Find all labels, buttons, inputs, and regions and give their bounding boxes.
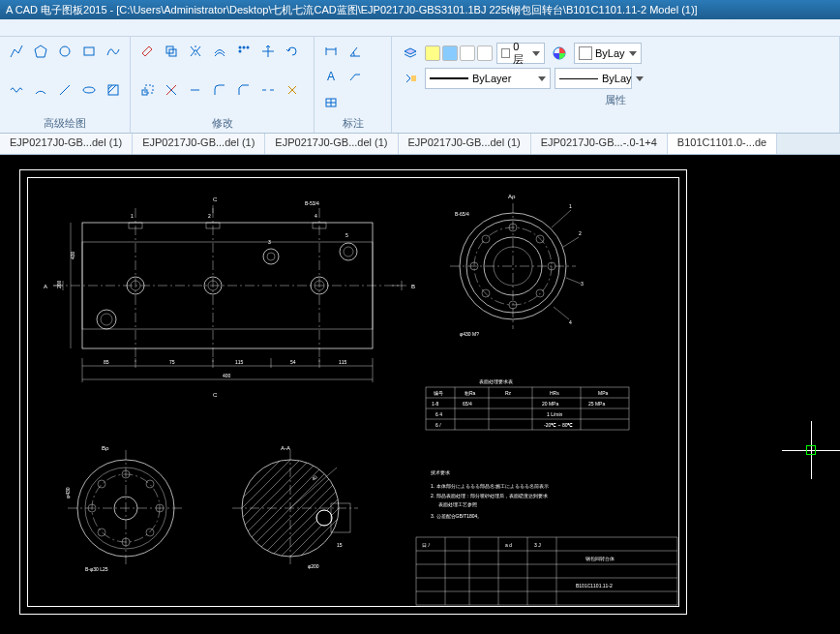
svg-line-3	[60, 85, 70, 95]
svg-text:φ200: φ200	[308, 563, 319, 569]
svg-text:MPa: MPa	[598, 390, 609, 396]
svg-text:4: 4	[569, 319, 572, 325]
chamfer-icon[interactable]	[233, 79, 255, 101]
drawing-canvas[interactable]: C 1 2 3 4 5 A	[0, 155, 840, 634]
fillet-icon[interactable]	[209, 79, 230, 101]
svg-point-49	[267, 253, 275, 260]
trim-icon[interactable]	[161, 79, 182, 101]
svg-line-133	[232, 450, 290, 508]
svg-text:A: A	[44, 284, 47, 289]
svg-text:200: 200	[56, 280, 62, 288]
hatch-icon[interactable]	[103, 79, 124, 101]
copy-icon[interactable]	[161, 41, 182, 62]
svg-line-132	[232, 450, 300, 518]
svg-text:4: 4	[315, 213, 317, 219]
drawing-svg: C 1 2 3 4 5 A	[0, 155, 840, 634]
svg-point-119	[98, 528, 105, 536]
svg-text:1 L/min: 1 L/min	[547, 411, 563, 417]
svg-text:115: 115	[235, 359, 244, 365]
svg-point-12	[243, 46, 246, 49]
erase-icon[interactable]	[136, 41, 158, 62]
svg-text:A-A: A-A	[281, 445, 290, 451]
freeze-icon[interactable]	[442, 45, 458, 61]
ribbon-label-draw: 高级绘图	[6, 114, 124, 131]
dim-angle-icon[interactable]	[345, 41, 366, 62]
dim-linear-icon[interactable]	[320, 41, 342, 62]
array-icon[interactable]	[233, 41, 255, 62]
svg-line-6	[108, 85, 112, 89]
layer-combo[interactable]: 0层	[496, 43, 545, 64]
extend-icon[interactable]	[185, 79, 206, 101]
bulb-icon[interactable]	[425, 45, 440, 61]
break-icon[interactable]	[257, 79, 279, 101]
ellipse-icon[interactable]	[78, 79, 100, 101]
rotate-icon[interactable]	[282, 41, 303, 62]
svg-text:Aρ: Aρ	[508, 194, 516, 199]
svg-rect-16	[145, 85, 153, 93]
rect-icon[interactable]	[78, 41, 100, 62]
tab-doc-5[interactable]: B101C1101.0-...de	[668, 134, 777, 154]
svg-text:3 J: 3 J	[534, 542, 541, 548]
svg-rect-2	[84, 47, 94, 55]
match-props-icon[interactable]	[400, 68, 421, 89]
scale-icon[interactable]	[136, 79, 158, 101]
svg-text:钢包回转台体: 钢包回转台体	[585, 556, 615, 561]
polyline-icon[interactable]	[6, 41, 27, 62]
line-icon[interactable]	[54, 79, 75, 101]
leader-icon[interactable]	[345, 66, 366, 87]
svg-point-11	[239, 46, 242, 49]
table-icon[interactable]	[320, 92, 342, 113]
spline-icon[interactable]	[103, 41, 124, 62]
text-icon[interactable]: A	[320, 66, 342, 87]
svg-point-40	[97, 310, 116, 329]
ribbon-group-properties: 0层 ByLay ByLayer ByLay 属性	[392, 37, 840, 133]
move-icon[interactable]	[257, 41, 279, 62]
svg-text:技术要求: 技术要求	[430, 469, 450, 475]
svg-text:3. 公差配合GB/T1804。: 3. 公差配合GB/T1804。	[431, 513, 482, 519]
color-combo[interactable]: ByLay	[574, 43, 642, 64]
svg-text:2: 2	[208, 213, 211, 219]
svg-rect-142	[331, 503, 350, 532]
offset-icon[interactable]	[209, 41, 230, 62]
svg-line-7	[108, 85, 116, 93]
svg-point-50	[340, 243, 357, 260]
linetype-combo[interactable]: ByLayer	[425, 68, 551, 89]
tab-doc-3[interactable]: EJP0217J0-GB...del (1)	[399, 134, 531, 154]
svg-text:1. 本体部分によるるる部品名:施工によるるる名前表示: 1. 本体部分によるるる部品名:施工によるるる名前表示	[431, 483, 549, 489]
wave-icon[interactable]	[6, 79, 27, 101]
lock-icon[interactable]	[460, 45, 475, 61]
polygon-icon[interactable]	[30, 41, 51, 62]
svg-text:54: 54	[290, 359, 296, 365]
svg-point-97	[482, 235, 490, 243]
tab-doc-0[interactable]: EJP0217J0-GB...del (1)	[0, 134, 133, 154]
svg-text:Rz: Rz	[505, 390, 512, 396]
explode-icon[interactable]	[282, 79, 303, 101]
svg-text:φ430: φ430	[65, 487, 71, 498]
svg-point-96	[536, 235, 544, 243]
title-block: 钢包回转台体 B101C1101.11-2 日 /a d3 J	[416, 537, 677, 605]
layer-state-pellets[interactable]	[425, 45, 493, 61]
svg-line-136	[261, 479, 348, 566]
svg-text:115: 115	[339, 359, 347, 365]
color-wheel-icon[interactable]	[549, 43, 570, 64]
ribbon-group-draw: 高级绘图	[0, 37, 131, 133]
svg-point-118	[146, 528, 154, 536]
layer-manager-icon[interactable]	[400, 43, 421, 64]
plot-icon[interactable]	[477, 45, 493, 61]
tab-doc-2[interactable]: EJP0217J0-GB...del (1)	[265, 134, 398, 154]
mirror-icon[interactable]	[185, 41, 206, 62]
menu-bar[interactable]	[0, 19, 840, 37]
ribbon-group-modify: 修改	[131, 37, 315, 133]
svg-text:2: 2	[579, 230, 582, 236]
svg-line-128	[232, 450, 339, 557]
arc-icon[interactable]	[30, 79, 51, 101]
svg-text:25 MPa: 25 MPa	[588, 401, 605, 407]
svg-text:65/4: 65/4	[463, 401, 472, 407]
tab-doc-1[interactable]: EJP0217J0-GB...del (1)	[133, 134, 265, 154]
circle-icon[interactable]	[54, 41, 75, 62]
lineweight-combo[interactable]: ByLay	[555, 68, 632, 89]
svg-text:400: 400	[223, 373, 231, 378]
svg-marker-0	[35, 45, 46, 57]
tab-doc-4[interactable]: EJP0217J0-GB...-.0-1+4	[531, 134, 668, 154]
svg-text:编号: 编号	[434, 390, 443, 396]
